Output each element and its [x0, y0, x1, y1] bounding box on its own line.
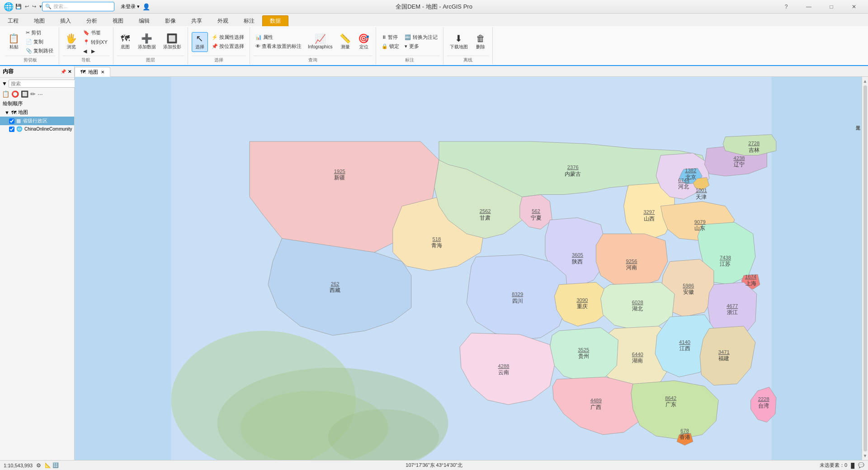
paste-icon: 📋	[8, 34, 19, 43]
add-projection-button[interactable]: 🔲 添加投影	[160, 33, 184, 52]
user-icon[interactable]: 👤	[142, 3, 150, 10]
scale-display: 1:10,543,993	[4, 463, 33, 468]
lock-button[interactable]: 🔒 锁定	[380, 42, 401, 51]
svg-text:山西: 山西	[644, 216, 655, 222]
top-right-controls: 🔍 搜索... 未登录 ▾ 👤	[42, 2, 150, 11]
chat-icon[interactable]: 💬	[858, 462, 864, 468]
login-label[interactable]: 未登录 ▾	[121, 3, 140, 10]
svg-text:湖南: 湖南	[632, 357, 643, 364]
svg-text:4288: 4288	[498, 363, 509, 369]
tab-insert[interactable]: 插入	[52, 15, 79, 26]
tab-project[interactable]: 工程	[0, 15, 26, 26]
tab-view[interactable]: 视图	[105, 15, 131, 26]
circle-icon[interactable]: ⭕	[11, 90, 19, 98]
table-icon[interactable]: 📋	[2, 90, 9, 98]
svg-text:江苏: 江苏	[720, 261, 731, 267]
scroll-arrow-down[interactable]: ▼	[863, 453, 868, 458]
select-button[interactable]: ↖ 选择	[192, 32, 208, 52]
delete-button[interactable]: 🗑 删除	[472, 33, 489, 52]
sidebar-tools: 📋 ⭕ 🔲 ✏ ···	[0, 89, 74, 99]
svg-text:陕西: 陕西	[572, 258, 583, 265]
layer-item-province[interactable]: ▦ 省级行政区	[0, 117, 74, 125]
view-unplaced-button[interactable]: 👁 查看未放置的标注	[254, 42, 303, 51]
svg-text:青海: 青海	[431, 242, 442, 249]
svg-text:3471: 3471	[718, 349, 730, 355]
sidebar-title: 内容	[3, 68, 14, 75]
add-data-button[interactable]: ➕ 添加数据	[135, 33, 159, 52]
paste-button[interactable]: 📋 粘贴	[5, 33, 22, 52]
layer-item-map[interactable]: ▼ 🗺 地图	[0, 108, 74, 117]
measure-button[interactable]: 📏 测量	[337, 33, 354, 52]
tab-analysis[interactable]: 分析	[79, 15, 105, 26]
cut-button[interactable]: ✂ 剪切	[24, 28, 55, 37]
svg-text:4140: 4140	[679, 339, 690, 345]
save-icon[interactable]: 💾	[15, 4, 22, 9]
clipboard-label: 剪切板	[5, 56, 55, 63]
tab-edit[interactable]: 编辑	[131, 15, 157, 26]
tab-labeling[interactable]: 标注	[236, 15, 262, 26]
copy-button[interactable]: 📄 复制	[24, 38, 55, 46]
help-button[interactable]: ?	[776, 0, 797, 14]
svg-text:内蒙古: 内蒙古	[565, 171, 581, 177]
map-layer-icon: 🗺	[11, 110, 16, 115]
copy-path-button[interactable]: 📎 复制路径	[24, 47, 55, 55]
inquire-label: 查询	[254, 56, 373, 63]
more-button[interactable]: ▾ 更多	[403, 42, 439, 51]
tab-share[interactable]: 共享	[184, 15, 210, 26]
scale-icon[interactable]: ⚙	[36, 462, 41, 469]
locate-button[interactable]: 🎯 定位	[355, 33, 372, 52]
maximize-button[interactable]: □	[821, 0, 842, 14]
navigate-label: 导航	[63, 56, 109, 63]
map-tab-close[interactable]: ✕	[101, 70, 104, 75]
tab-map[interactable]: 地图	[26, 15, 52, 26]
sidebar-pin-icon[interactable]: 📌	[61, 69, 66, 74]
svg-text:9256: 9256	[626, 258, 637, 264]
select-by-location-button[interactable]: 📌 按位置选择	[210, 42, 246, 51]
community-checkbox[interactable]	[9, 127, 14, 132]
browse-button[interactable]: 🖐 浏览	[63, 33, 80, 52]
basemap-button[interactable]: 🗺 底图	[117, 33, 133, 52]
sidebar-search-input[interactable]	[9, 80, 75, 88]
pen-icon[interactable]: ✏	[30, 90, 36, 98]
scroll-arrow-up[interactable]: ▲	[863, 79, 868, 84]
svg-text:广东: 广东	[665, 401, 676, 408]
svg-text:9079: 9079	[694, 219, 706, 225]
redo-icon[interactable]: ↪	[32, 4, 36, 9]
attribute-button[interactable]: 📊 属性	[254, 33, 303, 42]
basemap-icon: 🗺	[121, 34, 130, 43]
sidebar-close-icon[interactable]: ✕	[68, 69, 71, 74]
convert-to-annotation-button[interactable]: 🔤 转换为注记	[403, 33, 439, 42]
layer-item-community[interactable]: 🌐 ChinaOnlineCommunity	[0, 125, 74, 133]
more-tools-icon[interactable]: ···	[38, 90, 43, 98]
svg-text:北京: 北京	[685, 174, 696, 180]
infographics-button[interactable]: 📈 Infographics	[305, 33, 335, 51]
goto-xy-button[interactable]: 📍 转到XY	[81, 38, 109, 47]
download-map-button[interactable]: ⬇ 下载地图	[447, 33, 471, 52]
tab-appearance[interactable]: 外观	[210, 15, 236, 26]
svg-text:262: 262	[331, 281, 340, 287]
minimize-button[interactable]: —	[798, 0, 819, 14]
svg-text:1925: 1925	[334, 169, 345, 174]
map-canvas[interactable]: 1925 新疆 262 西藏 518 青海 2562 甘肃 562 宁夏 237…	[75, 77, 868, 460]
map-tab-main[interactable]: 🗺 地图 ✕	[75, 67, 110, 77]
global-search[interactable]: 🔍 搜索...	[42, 2, 114, 11]
province-checkbox[interactable]	[9, 118, 14, 124]
select-icon: ↖	[196, 34, 203, 43]
svg-text:宁夏: 宁夏	[531, 215, 542, 221]
undo-icon[interactable]: ↩	[25, 4, 29, 9]
search-icon: 🔍	[45, 4, 52, 9]
svg-text:518: 518	[433, 236, 441, 242]
tab-data[interactable]: 数据	[262, 15, 288, 26]
polygon-icon[interactable]: 🔲	[21, 90, 28, 98]
add-data-icon: ➕	[141, 34, 152, 43]
bookmark-button[interactable]: 🔖 书签	[81, 28, 109, 37]
tab-imagery[interactable]: 影像	[157, 15, 184, 26]
pause-button[interactable]: ⏸ 暂停	[380, 33, 401, 42]
svg-text:河北: 河北	[678, 183, 689, 190]
scroll-thumb[interactable]	[863, 85, 867, 451]
forward-button[interactable]: ▶	[90, 47, 97, 55]
select-by-attr-button[interactable]: ⚡ 按属性选择	[210, 33, 246, 42]
back-button[interactable]: ◀	[81, 47, 89, 55]
svg-text:福建: 福建	[718, 355, 729, 362]
close-button[interactable]: ✕	[844, 0, 864, 14]
